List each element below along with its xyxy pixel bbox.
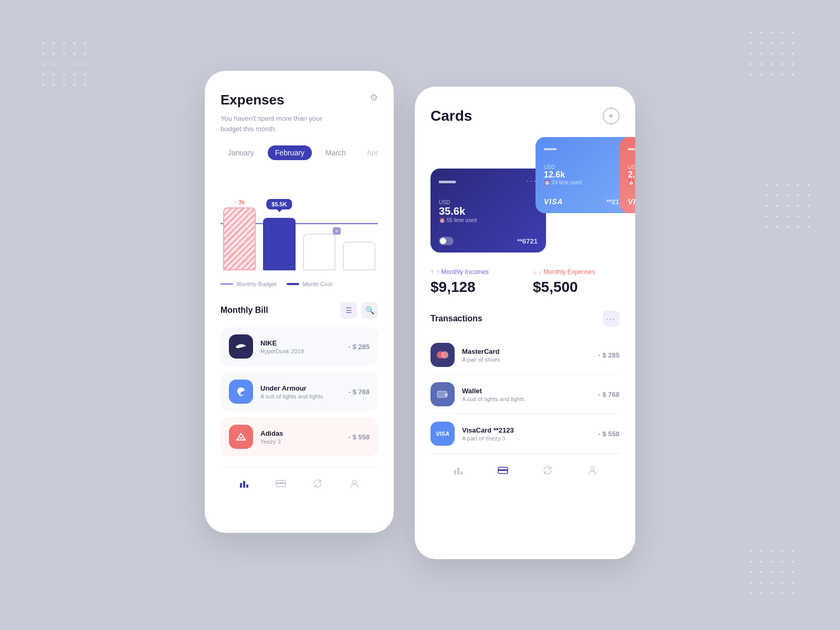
tab-march[interactable]: March <box>318 145 353 160</box>
money-section: ↑ ↑ Monthly Incomes $9,128 ↓ ↓ Monthly E… <box>430 268 620 296</box>
card-amount-2: 12.6k <box>544 170 627 180</box>
svg-point-18 <box>590 467 594 471</box>
card-usage-3: ⏰ 10 time used <box>628 180 635 185</box>
ua-desc: A suit of tights and tights <box>260 393 341 400</box>
cost-legend-label: Month Cost <box>302 281 332 287</box>
visa-desc: A part of Yeezy 3 <box>462 435 591 442</box>
more-button[interactable]: ··· <box>603 310 620 327</box>
expense-arrow: ↓ <box>533 268 536 276</box>
currency-label-1: USD <box>439 200 538 205</box>
card-number-1: **6721 <box>517 237 538 245</box>
nike-icon <box>229 334 253 359</box>
expenses-title: Expenses <box>220 92 284 108</box>
legend-cost: Month Cost <box>287 281 332 287</box>
wallet-icon <box>430 382 455 406</box>
svg-rect-6 <box>276 482 286 484</box>
card-amount-section: USD 35.6k ⏰ 55 time used <box>439 200 538 223</box>
nav-user-icon[interactable] <box>349 478 360 492</box>
svg-point-7 <box>353 480 356 484</box>
nav-card-icon-r[interactable] <box>497 465 509 479</box>
transaction-wallet[interactable]: Wallet A suit of tights and tights - $ 7… <box>430 375 620 414</box>
tab-february[interactable]: February <box>268 145 312 160</box>
nike-name: NIKE <box>260 339 341 347</box>
bill-item-adidas[interactable]: Adidas Yeezy 3 - $ 558 <box>220 417 378 456</box>
mastercard-info: MasterCard A pair of shoes <box>462 348 591 363</box>
tab-january[interactable]: January <box>220 145 261 160</box>
bar-january: ↑ 3k <box>223 176 256 270</box>
transactions-title: Transactions <box>430 314 482 323</box>
nav-chart-icon[interactable] <box>238 478 250 492</box>
nike-amount: - $ 285 <box>349 343 370 351</box>
bar-march: ≡ <box>303 176 335 270</box>
card-usage-1: ⏰ 55 time used <box>439 217 538 223</box>
mastercard-name: MasterCard <box>462 348 591 355</box>
svg-rect-2 <box>240 483 242 488</box>
legend-budget: Monthly Budget <box>220 281 276 287</box>
wallet-amount: - $ 768 <box>598 391 620 398</box>
expense-section: ↓ ↓ Monthly Expenses $5,500 <box>533 268 620 296</box>
card-amount-section-3: USD 2.5k ⏰ 10 time used <box>628 164 635 185</box>
svg-rect-13 <box>454 470 456 475</box>
expense-value: $5,500 <box>533 279 620 296</box>
right-bottom-nav <box>430 454 620 484</box>
bill-item-nike[interactable]: NIKE HyperDunk 2019 - $ 285 <box>220 327 378 366</box>
card-amount-3: 2.5k <box>628 170 635 180</box>
svg-point-9 <box>441 351 448 359</box>
svg-rect-14 <box>457 468 459 475</box>
bill-title: Monthly Bill <box>220 306 268 315</box>
transactions-header: Transactions ··· <box>430 310 620 327</box>
expense-chart: ↑ 3k $5.5K ≡ <box>220 176 378 270</box>
nike-desc: HyperDunk 2019 <box>260 348 341 354</box>
card-dark[interactable]: ▬▬ ··· USD 35.6k ⏰ 55 time used **6721 <box>430 169 546 253</box>
nav-refresh-icon-r[interactable] <box>542 465 553 479</box>
card-amount-1: 35.6k <box>439 205 538 217</box>
nav-user-icon-r[interactable] <box>586 465 598 479</box>
cards-phone: Cards + ▬▬ ··· USD 35.6k ⏰ 55 time used <box>415 87 635 559</box>
mastercard-amount: - $ 285 <box>598 351 620 359</box>
bar-march-fill: ≡ <box>303 234 335 270</box>
card-amount-section-2: USD 12.6k ⏰ 24 time used <box>544 164 627 185</box>
bill-item-ua[interactable]: Under Armour A suit of tights and tights… <box>220 372 378 411</box>
cards-header: Cards + <box>430 108 620 124</box>
svg-rect-3 <box>243 481 245 488</box>
search-button[interactable]: 🔍 <box>361 302 378 319</box>
add-card-button[interactable]: + <box>603 108 620 124</box>
expense-label: ↓ ↓ Monthly Expenses <box>533 268 620 276</box>
transaction-visa[interactable]: VISA VisaCard **2123 A part of Yeezy 3 -… <box>430 414 620 454</box>
transaction-mastercard[interactable]: MasterCard A pair of shoes - $ 285 <box>430 335 620 375</box>
adidas-name: Adidas <box>260 429 341 437</box>
expense-label-text: ↓ Monthly Expenses <box>539 268 595 276</box>
bar-april-fill <box>343 242 375 270</box>
bar-january-label: ↑ 3k <box>234 199 245 205</box>
tab-april[interactable]: April <box>360 145 378 160</box>
card-usage-2: ⏰ 24 time used <box>544 180 627 185</box>
income-label: ↑ ↑ Monthly Incomes <box>430 268 517 276</box>
ua-icon <box>229 380 253 404</box>
nav-refresh-icon[interactable] <box>312 478 323 492</box>
phones-container: Expenses ⚙ You haven't spent more than y… <box>205 71 635 559</box>
bill-actions: ☰ 🔍 <box>340 302 378 319</box>
income-section: ↑ ↑ Monthly Incomes $9,128 <box>430 268 517 296</box>
card-toggle[interactable] <box>439 237 454 245</box>
card-pink[interactable]: ▬▬ ··· USD 2.5k ⏰ 10 time used VISA **00… <box>620 137 635 213</box>
bar-april <box>343 176 375 270</box>
wallet-name: Wallet <box>462 387 591 395</box>
nav-chart-icon-r[interactable] <box>453 465 464 479</box>
adidas-desc: Yeezy 3 <box>260 438 341 445</box>
nav-card-icon[interactable] <box>275 478 287 492</box>
income-arrow: ↑ <box>430 268 434 276</box>
month-tabs: January February March April <box>220 145 378 160</box>
chart-legend: Monthly Budget Month Cost <box>220 281 378 287</box>
svg-rect-17 <box>498 469 508 471</box>
card-bottom-2: VISA **2123 <box>544 197 627 206</box>
card-bottom-1: **6721 <box>439 237 538 245</box>
ua-name: Under Armour <box>260 384 341 392</box>
adidas-icon <box>229 425 253 449</box>
svg-rect-15 <box>460 471 463 475</box>
budget-legend-line <box>220 284 233 285</box>
left-bottom-nav <box>220 467 378 497</box>
filter-button[interactable]: ☰ <box>340 302 357 319</box>
visa-amount: - $ 558 <box>598 430 620 438</box>
visa-brand-2: VISA <box>544 197 563 206</box>
settings-icon[interactable]: ⚙ <box>370 92 378 103</box>
